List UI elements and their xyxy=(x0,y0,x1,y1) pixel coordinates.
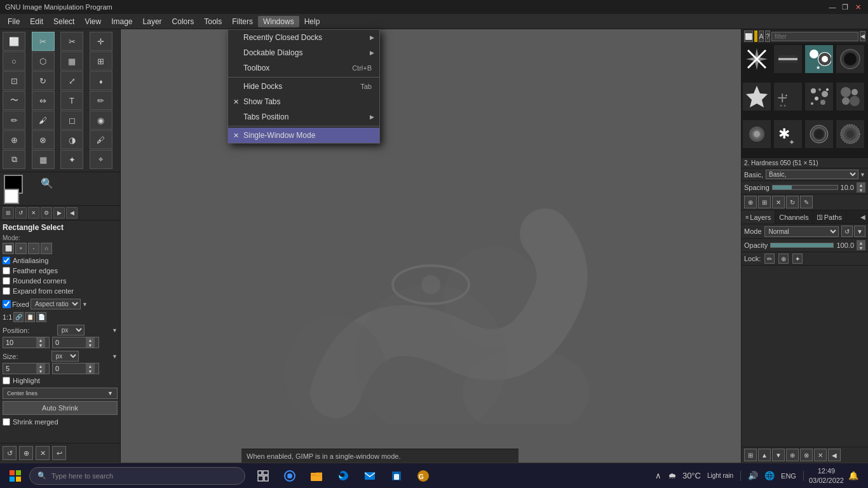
tool-align[interactable]: ⊞ xyxy=(90,51,112,71)
tool-move[interactable]: ✛ xyxy=(90,32,112,51)
mode-subtract[interactable]: - xyxy=(28,243,39,254)
mode-intersect[interactable]: ∩ xyxy=(41,243,52,254)
spacing-slider[interactable] xyxy=(772,185,838,190)
highlight-label[interactable]: Highlight xyxy=(13,377,40,384)
tool-scissors[interactable]: ✂ xyxy=(60,32,83,51)
tool-rotate[interactable]: ↻ xyxy=(32,71,55,90)
brush-cell-6[interactable]: + + + + xyxy=(774,83,802,111)
basic-preset-select[interactable]: Basic, xyxy=(766,170,858,179)
feather-edges-checkbox[interactable] xyxy=(3,267,10,274)
layers-config-btn[interactable]: ◀ xyxy=(828,449,841,461)
fixed-checkbox[interactable] xyxy=(3,300,11,308)
menu-dockable-dialogs[interactable]: Dockable Dialogs xyxy=(228,45,379,60)
collapse-left[interactable]: ◀ xyxy=(66,207,78,219)
ratio-copy-btn[interactable]: 📋 xyxy=(25,312,35,322)
spacing-up[interactable]: ▲ xyxy=(857,182,865,187)
maximize-button[interactable]: ❐ xyxy=(840,2,850,12)
menu-hide-docks[interactable]: Hide Docks Tab xyxy=(228,79,379,94)
rounded-corners-checkbox[interactable] xyxy=(3,277,10,285)
position-y-up[interactable]: ▲ xyxy=(86,337,95,342)
tool-fuzzy-select[interactable]: ✂ xyxy=(32,32,55,51)
tool-scale[interactable]: ⤢ xyxy=(60,71,83,90)
brush-cell-12[interactable] xyxy=(836,120,864,148)
brush-new-action[interactable]: ⊕ xyxy=(744,196,757,208)
tray-language[interactable]: ENG xyxy=(779,472,798,480)
menu-tools[interactable]: Tools xyxy=(199,16,227,27)
brush-cell-10[interactable]: ✱ ✦ xyxy=(774,120,802,148)
tool-perspective[interactable]: ⬧ xyxy=(90,71,112,90)
duplicate-layer-btn[interactable]: ⊕ xyxy=(786,449,799,461)
layer-mode-arrow[interactable]: ▼ xyxy=(854,226,865,237)
brush-edit-action[interactable]: ✎ xyxy=(800,196,813,208)
tab-paths[interactable]: ⚿Paths xyxy=(813,210,846,224)
new-image-icon[interactable]: ⊞ xyxy=(3,207,14,219)
restore-icon[interactable]: ↺ xyxy=(15,207,27,219)
tool-clone[interactable]: ⊕ xyxy=(3,130,25,149)
move-layer-down-btn[interactable]: ▼ xyxy=(772,449,785,461)
brush-cell-7[interactable] xyxy=(805,83,833,111)
tool-warp[interactable]: 〜 xyxy=(3,91,25,110)
size-w-up[interactable]: ▲ xyxy=(36,363,45,369)
opacity-down[interactable]: ▼ xyxy=(857,245,865,250)
lock-pixels-btn[interactable]: ✏ xyxy=(764,254,775,264)
brush-cell-8[interactable] xyxy=(836,83,864,111)
background-color[interactable] xyxy=(4,189,19,204)
merge-layers-btn[interactable]: ⊗ xyxy=(800,449,813,461)
save-settings-btn[interactable]: ⊕ xyxy=(19,446,33,460)
mode-add[interactable]: + xyxy=(15,243,27,254)
brush-cell-1[interactable] xyxy=(743,45,771,73)
position-unit-select[interactable]: px % mm xyxy=(57,325,85,336)
taskbar-edge[interactable] xyxy=(330,463,356,489)
tray-volume[interactable]: 🔊 xyxy=(746,471,760,480)
tab-channels[interactable]: Channels xyxy=(775,210,813,224)
close-button[interactable]: ✕ xyxy=(853,2,863,12)
delete-layer-btn[interactable]: ✕ xyxy=(814,449,827,461)
feather-edges-label[interactable]: Feather edges xyxy=(13,267,58,274)
menu-edit[interactable]: Edit xyxy=(25,16,48,27)
tool-path[interactable]: ✏ xyxy=(90,91,112,110)
brush-panel-expand-btn[interactable]: ◀ xyxy=(860,31,865,41)
rounded-corners-label[interactable]: Rounded corners xyxy=(13,277,66,285)
tool-text[interactable]: T xyxy=(60,91,83,110)
center-lines-dropdown[interactable]: Center lines ▼ xyxy=(3,388,118,399)
delete-icon[interactable]: ✕ xyxy=(28,207,39,219)
position-y-down[interactable]: ▼ xyxy=(86,342,95,348)
tool-ellipse[interactable]: ○ xyxy=(3,51,25,71)
menu-tabs-position[interactable]: Tabs Position xyxy=(228,109,379,125)
tool-foreground[interactable]: ▦ xyxy=(60,51,83,71)
ratio-chain-btn[interactable]: 🔗 xyxy=(13,312,24,322)
start-button[interactable] xyxy=(3,463,28,489)
brush-refresh-action[interactable]: ↻ xyxy=(786,196,799,208)
brush-delete-action[interactable]: ✕ xyxy=(772,196,785,208)
taskbar-cortana[interactable] xyxy=(277,463,302,489)
menu-colors[interactable]: Colors xyxy=(167,16,200,27)
shrink-merged-checkbox[interactable] xyxy=(3,418,10,426)
auto-shrink-button[interactable]: Auto Shrink xyxy=(3,401,118,415)
brush-cell-11[interactable] xyxy=(805,120,833,148)
brush-cell-5[interactable] xyxy=(743,83,771,111)
new-layer-btn[interactable]: ▲ xyxy=(758,449,771,461)
menu-layer[interactable]: Layer xyxy=(138,16,167,27)
brush-cell-9[interactable] xyxy=(743,120,771,148)
menu-image[interactable]: Image xyxy=(106,16,137,27)
script-icon[interactable]: ▶ xyxy=(53,207,65,219)
position-y-input[interactable] xyxy=(53,338,86,347)
tool-eraser[interactable]: ◻ xyxy=(60,111,83,130)
position-x-input[interactable] xyxy=(3,338,36,347)
layers-mode-select[interactable]: Normal Multiply Screen xyxy=(764,226,839,237)
restore-defaults-btn[interactable]: ↺ xyxy=(3,446,17,460)
size-h-input[interactable] xyxy=(53,364,86,373)
layer-mode-reset[interactable]: ↺ xyxy=(841,226,853,237)
reset-all-btn[interactable]: ↩ xyxy=(52,446,66,460)
shrink-merged-label[interactable]: Shrink merged xyxy=(13,418,58,426)
expand-center-checkbox[interactable] xyxy=(3,287,10,295)
menu-toolbox[interactable]: Toolbox Ctrl+B xyxy=(228,60,379,76)
menu-file[interactable]: File xyxy=(3,16,25,27)
clock[interactable]: 12:49 03/02/2022 xyxy=(809,466,844,485)
brush-cell-2[interactable] xyxy=(774,45,802,73)
brush-cell-3[interactable]: ★ xyxy=(805,45,833,73)
minimize-button[interactable]: — xyxy=(827,2,837,12)
spacing-down[interactable]: ▼ xyxy=(857,187,865,193)
menu-select[interactable]: Select xyxy=(48,16,79,27)
brush-help-btn[interactable]: ? xyxy=(765,30,770,42)
